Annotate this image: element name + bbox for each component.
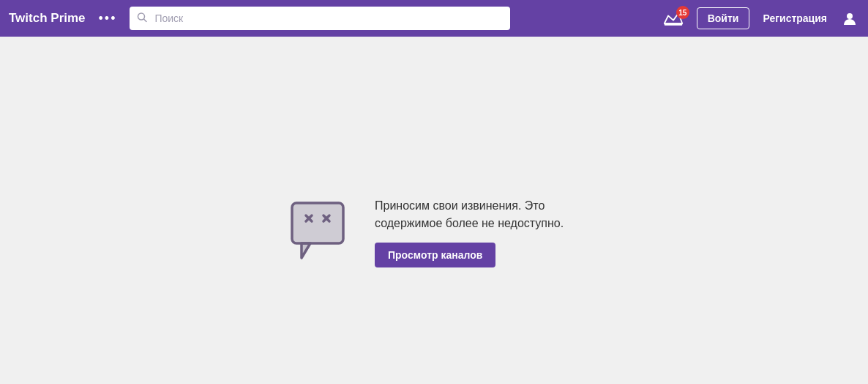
- register-button[interactable]: Регистрация: [760, 8, 830, 29]
- header: Twitch Prime ••• 15 Войти Регистрация: [0, 0, 868, 37]
- svg-point-4: [847, 13, 853, 19]
- main-content: Приносим свои извинения. Это содержимое …: [0, 37, 868, 384]
- error-container: Приносим свои извинения. Это содержимое …: [288, 197, 580, 267]
- more-button[interactable]: •••: [94, 8, 121, 29]
- notification-badge: 15: [676, 6, 689, 19]
- user-icon-button[interactable]: [840, 9, 859, 28]
- login-button[interactable]: Войти: [697, 7, 750, 29]
- error-icon: [288, 199, 354, 265]
- search-input[interactable]: [130, 7, 510, 30]
- svg-rect-5: [292, 203, 343, 243]
- svg-rect-3: [664, 23, 682, 26]
- search-container: [130, 7, 510, 30]
- header-right: 15 Войти Регистрация: [660, 7, 859, 29]
- error-message: Приносим свои извинения. Это содержимое …: [375, 197, 580, 232]
- user-icon: [842, 10, 858, 26]
- browse-channels-button[interactable]: Просмотр каналов: [375, 243, 495, 267]
- error-text-area: Приносим свои извинения. Это содержимое …: [375, 197, 580, 267]
- crown-button[interactable]: 15: [660, 7, 686, 29]
- logo[interactable]: Twitch Prime: [9, 11, 86, 26]
